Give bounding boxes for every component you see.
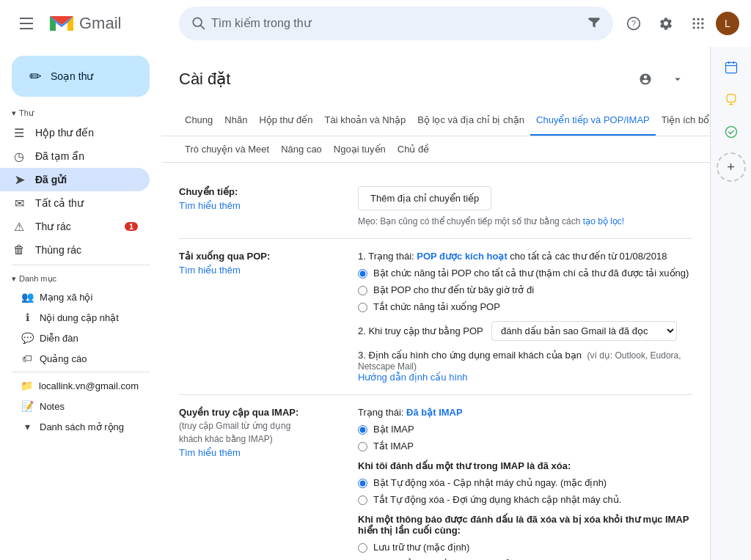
help-button[interactable]: ? (619, 9, 648, 38)
svg-point-5 (697, 18, 699, 21)
svg-point-12 (701, 26, 703, 29)
tab-general[interactable]: Chung (179, 106, 219, 136)
imap-learn-more[interactable]: Tìm hiểu thêm (179, 447, 340, 458)
search-icon (191, 15, 205, 32)
sidebar-item-forums[interactable]: 💬 Diễn đàn (0, 328, 150, 348)
sidebar-sub-label: Diễn đàn (40, 333, 78, 344)
categories-expand-icon[interactable]: ▾ (12, 274, 16, 284)
sidebar-item-spam[interactable]: ⚠ Thư rác 1 (0, 215, 150, 238)
pop-radio-all[interactable] (358, 269, 367, 279)
settings-header-dropdown[interactable] (663, 65, 692, 94)
subtab-themes[interactable]: Chủ đề (392, 136, 435, 162)
sidebar-item-expand[interactable]: ▾ Danh sách mở rộng (0, 416, 150, 437)
sidebar-item-inbox[interactable]: ☰ Hộp thư đến (0, 121, 150, 144)
right-panel-keep-icon[interactable] (717, 85, 746, 114)
sidebar-item-label: Đã tạm ẩn (35, 150, 138, 162)
settings-header: Cài đặt (161, 47, 710, 94)
imap-label: Quyền truy cập qua IMAP: (179, 407, 340, 418)
notes-icon: 📝 (21, 400, 34, 412)
settings-content: Chuyển tiếp: Tìm hiểu thêm Thêm địa chỉ … (161, 163, 710, 560)
sidebar-item-social[interactable]: 👥 Mạng xã hội (0, 287, 150, 307)
create-filter-link[interactable]: tạo bộ lọc! (583, 216, 624, 226)
settings-button[interactable] (651, 9, 681, 38)
imap-radio-off[interactable] (358, 442, 367, 452)
email-icon: 📁 (21, 380, 33, 391)
pop-option-new[interactable]: Bật POP cho thư đến từ bây giờ trở đi (358, 284, 692, 295)
sidebar: ✏ Soạn thư ▾ Thư ☰ Hộp thư đến ◷ Đã tạm … (0, 47, 161, 560)
expand-icon[interactable]: ▾ (12, 108, 16, 118)
pop-access-select[interactable]: đánh dấu bản sao Gmail là đã đọclưu bản … (491, 321, 677, 341)
forwarding-learn-more[interactable]: Tìm hiểu thêm (179, 200, 340, 211)
spam-icon: ⚠ (12, 220, 26, 234)
sidebar-notes-label: Notes (40, 401, 65, 412)
right-panel-tasks-icon[interactable] (717, 117, 746, 147)
settings-tabs: Chung Nhãn Hộp thư đến Tài khoản và Nhập… (161, 106, 710, 136)
menu-icon[interactable] (12, 9, 41, 38)
svg-point-6 (701, 18, 703, 21)
spam-badge: 1 (125, 222, 138, 231)
sidebar-item-email[interactable]: 📁 locallink.vn@gmail.com (0, 375, 150, 396)
subtab-advanced[interactable]: Nâng cao (275, 136, 328, 162)
avatar[interactable]: L (716, 12, 739, 35)
pop-learn-more[interactable]: Tìm hiểu thêm (179, 265, 340, 276)
tab-inbox[interactable]: Hộp thư đến (253, 106, 318, 136)
imap-radio-on[interactable] (358, 425, 367, 435)
sidebar-item-label: Thùng rác (35, 244, 138, 256)
add-forwarding-button[interactable]: Thêm địa chỉ chuyển tiếp (358, 186, 491, 210)
compose-button[interactable]: ✏ Soạn thư (12, 56, 150, 97)
imap-option-off[interactable]: Tắt IMAP (358, 441, 692, 452)
sidebar-item-promos[interactable]: 🏷 Quảng cáo (0, 348, 150, 369)
sidebar-item-updates[interactable]: ℹ Nội dung cập nhật (0, 307, 150, 328)
settings-header-icon-1[interactable] (631, 65, 660, 94)
imap-desc1: (truy cập Gmail từ ứng dụng (179, 421, 340, 431)
imap-mark-radio-auto[interactable] (358, 479, 367, 488)
hamburger-icon (20, 18, 33, 29)
pop-option-off[interactable]: Tắt chức năng tải xuống POP (358, 301, 692, 312)
svg-point-7 (693, 22, 695, 24)
pop-radio-off[interactable] (358, 303, 367, 312)
tab-filters[interactable]: Bộ lọc và địa chỉ bị chặn (411, 106, 530, 136)
imap-exp-radio-archive[interactable] (358, 543, 367, 553)
sent-icon: ➤ (12, 173, 26, 187)
settings-header-icons (631, 65, 692, 94)
tab-labels[interactable]: Nhãn (219, 106, 253, 136)
imap-mark-manual[interactable]: Tắt Tự động xóa - Đợi ứng dụng khách cập… (358, 494, 692, 505)
pop-option-all[interactable]: Bật chức năng tải POP cho tất cả thư (th… (358, 268, 692, 279)
tab-addons[interactable]: Tiện ích bổ sung (656, 106, 710, 136)
imap-mark-radio-manual[interactable] (358, 495, 367, 505)
topbar-left: Gmail (12, 9, 173, 38)
svg-rect-13 (725, 62, 736, 73)
svg-point-4 (693, 18, 695, 21)
tab-forwarding[interactable]: Chuyển tiếp và POP/IMAP (530, 106, 656, 136)
subtab-chat[interactable]: Trò chuyện và Meet (179, 136, 275, 162)
imap-status-on: Đã bật IMAP (406, 407, 463, 418)
imap-exp-archive[interactable]: Lưu trữ thư (mặc định) (358, 542, 692, 553)
all-mail-icon: ✉ (12, 196, 26, 210)
imap-expunge-options: Lưu trữ thư (mặc định) Di chuyển thư đến… (358, 542, 692, 560)
pop-status: 1. Trạng thái: POP được kích hoạt cho tấ… (358, 251, 692, 262)
right-panel-calendar-icon[interactable] (717, 53, 746, 82)
sidebar-item-sent[interactable]: ➤ Đã gửi (0, 168, 150, 191)
subtab-offline[interactable]: Ngoại tuyến (328, 136, 392, 162)
sidebar-item-label: Đã gửi (35, 174, 138, 185)
search-input[interactable] (211, 17, 581, 30)
imap-value-col: Trạng thái: Đã bật IMAP Bật IMAP Tắt IMA… (358, 407, 692, 560)
right-panel-add-button[interactable]: + (717, 152, 746, 182)
imap-mark-auto[interactable]: Bật Tự động xóa - Cập nhật máy chủ ngay.… (358, 477, 692, 488)
tab-accounts[interactable]: Tài khoản và Nhập (319, 106, 412, 136)
pop-config-link[interactable]: Hướng dẫn định cấu hình (358, 372, 467, 383)
sidebar-section-label: ▾ Thư (0, 103, 161, 121)
sidebar-item-notes[interactable]: 📝 Notes (0, 396, 150, 416)
sidebar-item-all[interactable]: ✉ Tất cả thư (0, 191, 150, 215)
sidebar-item-label: Thư rác (35, 221, 116, 232)
expand-more-icon: ▾ (21, 421, 34, 432)
sidebar-item-trash[interactable]: 🗑 Thùng rác (0, 238, 150, 262)
search-bar[interactable] (179, 7, 613, 40)
sidebar-sub-label: Quảng cáo (40, 353, 87, 364)
apps-button[interactable] (684, 9, 713, 38)
svg-point-17 (725, 127, 736, 138)
imap-option-on[interactable]: Bật IMAP (358, 424, 692, 435)
sidebar-item-drafts[interactable]: ◷ Đã tạm ẩn (0, 144, 150, 168)
pop-radio-new[interactable] (358, 286, 367, 295)
search-filter-icon[interactable] (587, 15, 601, 32)
